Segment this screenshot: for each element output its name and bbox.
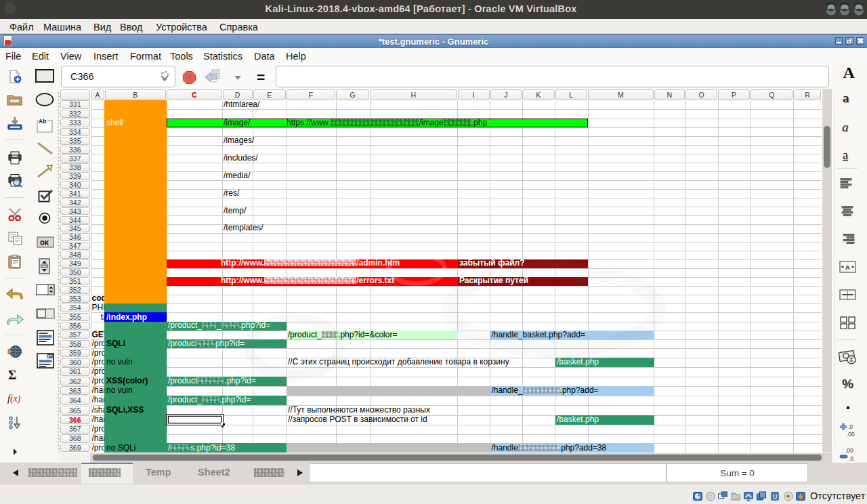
svg-text:OK: OK [40,239,49,247]
svg-text:A: A [845,264,850,271]
svg-text:.00: .00 [845,447,853,454]
svg-text:U: U [773,493,778,500]
svg-text:.0: .0 [848,423,853,430]
svg-text:.00: .00 [847,431,855,438]
svg-text:.0: .0 [849,455,853,462]
svg-text:Ab: Ab [39,118,46,125]
